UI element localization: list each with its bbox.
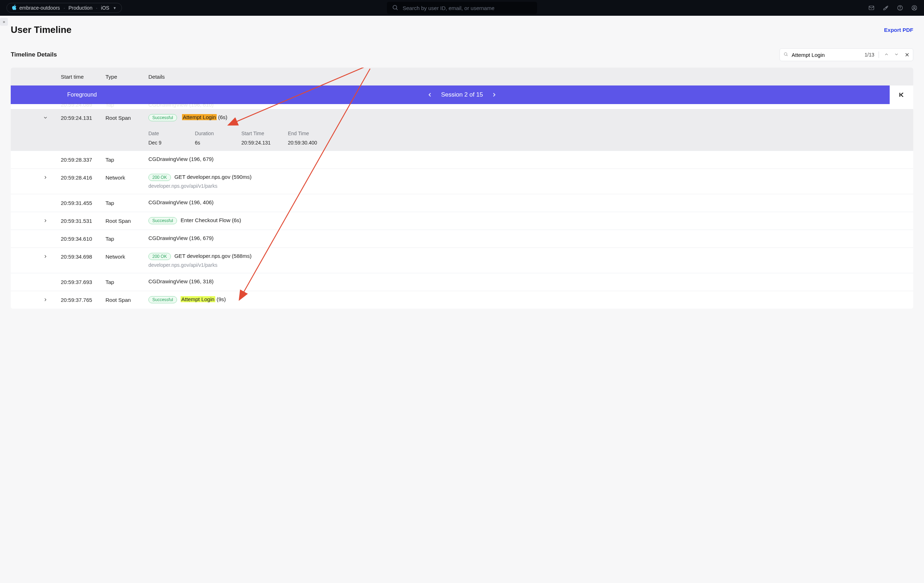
session-label: Session 2 of 15 bbox=[441, 91, 483, 98]
table-header: Start time Type Details bbox=[11, 68, 913, 86]
row-time: 20:59:28.337 bbox=[61, 156, 106, 163]
chevron-right-icon[interactable] bbox=[43, 254, 48, 260]
col-details: Details bbox=[148, 74, 913, 80]
row-time: 20:59:37.693 bbox=[61, 278, 106, 285]
matched-text: Attempt Login bbox=[181, 296, 215, 302]
status-badge: Successful bbox=[148, 296, 177, 303]
app-platform: iOS bbox=[101, 5, 109, 11]
top-icons bbox=[868, 5, 917, 11]
jump-to-start[interactable] bbox=[890, 86, 913, 104]
status-badge: Successful bbox=[148, 217, 177, 224]
row-type: Root Span bbox=[106, 114, 148, 121]
row-type: Tap bbox=[106, 199, 148, 206]
global-search-input[interactable] bbox=[403, 5, 532, 11]
timeline-find-input[interactable] bbox=[792, 52, 860, 58]
row-time: 20:59:34.698 bbox=[61, 253, 106, 260]
row-details: CGDrawingView (196, 679) bbox=[148, 156, 913, 162]
row-time: 20:59:31.531 bbox=[61, 217, 106, 224]
row-details: SuccessfulAttempt Login (9s) bbox=[148, 296, 913, 303]
svg-point-7 bbox=[914, 7, 916, 8]
table-row[interactable]: 20:59:31.531Root SpanSuccessfulEnter Che… bbox=[11, 212, 913, 230]
svg-point-3 bbox=[886, 7, 886, 8]
chevron-right-icon[interactable] bbox=[43, 297, 48, 303]
search-icon bbox=[784, 52, 788, 58]
table-row[interactable]: 20:59:37.693TapCGDrawingView (196, 318) bbox=[11, 273, 913, 291]
svg-line-1 bbox=[396, 8, 397, 10]
row-duration: (6s) bbox=[217, 114, 228, 120]
row-subline: developer.nps.gov/api/v1/parks bbox=[148, 262, 884, 268]
session-prev[interactable] bbox=[427, 92, 433, 98]
row-details: CGDrawingView (196, 406) bbox=[148, 199, 913, 205]
top-bar: embrace-outdoors · Production · iOS ▼ bbox=[0, 0, 924, 16]
timeline-find-bar: 1/13 ✕ bbox=[780, 48, 913, 61]
row-time: 20:59:37.765 bbox=[61, 296, 106, 303]
row-details: SuccessfulEnter Checkout Flow (6s) bbox=[148, 217, 913, 224]
row-details: CGDrawingView (196, 679) bbox=[148, 235, 913, 241]
chevron-right-icon[interactable] bbox=[43, 175, 48, 181]
row-detail-grid: Date Dec 9 Duration 6s Start Time 20:59:… bbox=[148, 130, 884, 150]
col-start-time: Start time bbox=[61, 74, 106, 80]
section-title: Timeline Details bbox=[11, 51, 57, 58]
row-time: 20:59:34.610 bbox=[61, 235, 106, 242]
app-name: embrace-outdoors bbox=[19, 5, 60, 11]
col-type: Type bbox=[106, 74, 148, 80]
page-title: User Timeline bbox=[11, 24, 71, 35]
chevron-right-icon[interactable] bbox=[43, 218, 48, 224]
table-row: 20:59:24.089 Tap CGDrawingView (196, 610… bbox=[11, 104, 913, 109]
find-next[interactable] bbox=[893, 52, 900, 58]
help-icon[interactable] bbox=[897, 5, 903, 11]
timeline-rows: 20:59:24.089 Tap CGDrawingView (196, 610… bbox=[11, 104, 913, 309]
svg-point-0 bbox=[393, 5, 397, 9]
global-search[interactable] bbox=[387, 2, 537, 14]
table-row[interactable]: 20:59:28.416Network200 OKGET developer.n… bbox=[11, 168, 913, 194]
svg-point-8 bbox=[784, 53, 787, 55]
table-row-expanded[interactable]: 20:59:24.131 Root Span Successful Attemp… bbox=[11, 109, 913, 150]
row-time: 20:59:28.416 bbox=[61, 174, 106, 181]
svg-line-9 bbox=[787, 55, 787, 56]
session-next[interactable] bbox=[491, 92, 497, 98]
table-row[interactable]: 20:59:28.337TapCGDrawingView (196, 679) bbox=[11, 150, 913, 168]
app-env: Production bbox=[69, 5, 92, 11]
row-type: Tap bbox=[106, 156, 148, 163]
user-icon[interactable] bbox=[911, 5, 917, 11]
chevron-down-icon: ▼ bbox=[113, 6, 117, 10]
row-type: Root Span bbox=[106, 217, 148, 224]
row-details: CGDrawingView (196, 318) bbox=[148, 278, 913, 284]
table-row[interactable]: 20:59:34.610TapCGDrawingView (196, 679) bbox=[11, 230, 913, 248]
app-selector[interactable]: embrace-outdoors · Production · iOS ▼ bbox=[7, 3, 122, 13]
export-pdf-link[interactable]: Export PDF bbox=[884, 27, 913, 33]
row-type: Tap bbox=[106, 278, 148, 285]
find-close[interactable]: ✕ bbox=[905, 51, 909, 58]
find-prev[interactable] bbox=[883, 52, 890, 58]
row-type: Network bbox=[106, 253, 148, 260]
table-row[interactable]: 20:59:37.765Root SpanSuccessfulAttempt L… bbox=[11, 291, 913, 309]
row-type: Root Span bbox=[106, 296, 148, 303]
row-subline: developer.nps.gov/api/v1/parks bbox=[148, 183, 884, 189]
row-details: 200 OKGET developer.nps.gov (590ms)devel… bbox=[148, 174, 913, 189]
row-details: 200 OKGET developer.nps.gov (588ms)devel… bbox=[148, 253, 913, 268]
status-badge: 200 OK bbox=[148, 253, 171, 260]
apple-logo-icon bbox=[12, 5, 16, 11]
svg-rect-2 bbox=[869, 6, 874, 10]
mail-icon[interactable] bbox=[868, 5, 874, 11]
status-badge: Successful bbox=[148, 114, 177, 121]
status-badge: 200 OK bbox=[148, 174, 171, 181]
rocket-icon[interactable] bbox=[883, 5, 889, 11]
row-time: 20:59:24.131 bbox=[61, 114, 106, 121]
timeline-panel: Start time Type Details Foreground Sessi… bbox=[11, 68, 913, 309]
sidebar-expand[interactable]: » bbox=[0, 18, 8, 26]
table-row[interactable]: 20:59:31.455TapCGDrawingView (196, 406) bbox=[11, 194, 913, 212]
row-time: 20:59:31.455 bbox=[61, 199, 106, 206]
find-count: 1/13 bbox=[865, 52, 874, 58]
matched-text: Attempt Login bbox=[182, 114, 217, 120]
search-icon bbox=[392, 4, 398, 12]
session-mode: Foreground bbox=[67, 92, 97, 98]
chevron-down-icon[interactable] bbox=[43, 115, 48, 121]
row-type: Network bbox=[106, 174, 148, 181]
table-row[interactable]: 20:59:34.698Network200 OKGET developer.n… bbox=[11, 248, 913, 273]
row-type: Tap bbox=[106, 235, 148, 242]
